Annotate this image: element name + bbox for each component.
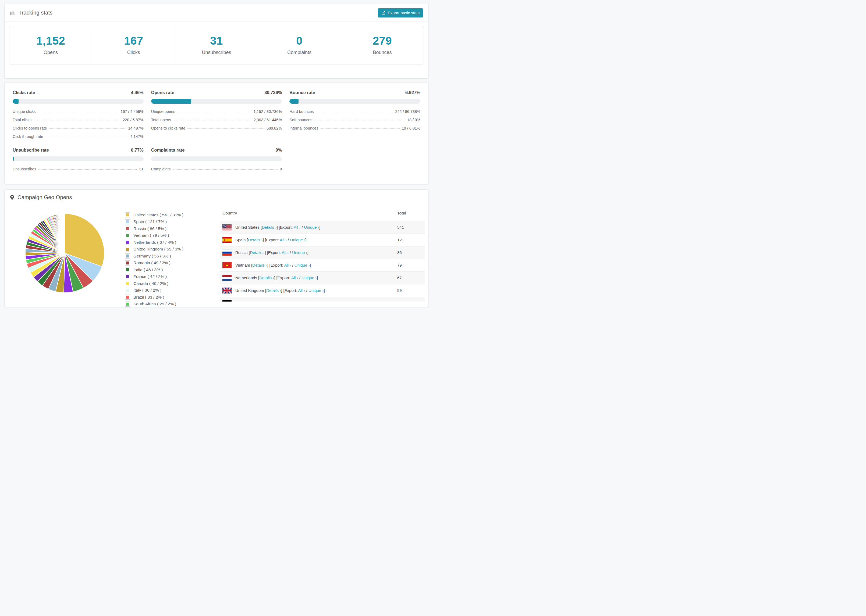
country-name: United Kingdom <box>235 288 265 293</box>
stat-label: Complaints <box>151 167 171 171</box>
summary-label: Complaints <box>258 50 341 55</box>
stat-value: 14.497% <box>128 126 143 130</box>
country-links: Netherlands [Details ›] [Export: All › /… <box>235 275 318 280</box>
export-all-link[interactable]: All › <box>298 288 305 293</box>
legend-label: United Kingdom ( 59 / 3% ) <box>134 247 183 251</box>
stat-value: 31 <box>139 167 143 171</box>
progress-fill <box>13 156 14 161</box>
legend-item[interactable]: Germany ( 55 / 3% ) <box>125 253 220 259</box>
export-unique-link[interactable]: Unique › <box>290 237 305 242</box>
export-label: Export: <box>280 225 294 229</box>
stat-label: Unsubscribes <box>13 167 36 171</box>
table-row: United States [Details ›] [Export: All ›… <box>220 221 425 234</box>
rate-detail-rows: Unique clicks167 / 4.456%Total clicks220… <box>13 107 143 141</box>
legend-label: Spain ( 121 / 7% ) <box>134 219 167 224</box>
legend-label: Netherlands ( 67 / 4% ) <box>134 240 176 245</box>
pie-slice-other[interactable] <box>65 214 65 253</box>
export-basic-stats-button[interactable]: Export basic stats <box>378 8 423 17</box>
export-all-link[interactable]: All › <box>291 275 298 280</box>
legend-swatch <box>125 233 130 238</box>
geo-opens-pie-chart[interactable] <box>24 212 105 294</box>
legend-swatch <box>125 247 130 252</box>
stat-label: Unique clicks <box>13 109 36 114</box>
legend-item[interactable]: Romania ( 49 / 3% ) <box>125 261 220 266</box>
details-link[interactable]: Details › <box>259 275 274 280</box>
export-all-link[interactable]: All › <box>294 225 301 229</box>
geo-body: United States ( 541 / 31% )Spain ( 121 /… <box>5 205 428 306</box>
export-unique-link[interactable]: Unique › <box>296 301 312 302</box>
legend-item[interactable]: Netherlands ( 67 / 4% ) <box>125 240 220 245</box>
country-cell: Netherlands [Details ›] [Export: All › /… <box>220 272 395 284</box>
legend-label: France ( 42 / 2% ) <box>134 274 167 279</box>
export-all-link[interactable]: All › <box>286 301 293 302</box>
legend-item[interactable]: United Kingdom ( 59 / 3% ) <box>125 247 220 252</box>
pie-legend: United States ( 541 / 31% )Spain ( 121 /… <box>125 212 220 306</box>
summary-value: 279 <box>341 35 424 47</box>
stat-label: Soft bounces <box>290 118 312 122</box>
export-unique-link[interactable]: Unique › <box>294 263 310 267</box>
details-link[interactable]: Details › <box>252 263 267 267</box>
legend-item[interactable]: Vietnam ( 79 / 5% ) <box>125 233 220 238</box>
stat-label: Clicks to opens rate <box>13 126 47 130</box>
country-links: Russia [Details ›] [Export: All › / Uniq… <box>235 250 309 255</box>
rate-header: Complaints rate0% <box>151 148 282 152</box>
legend-swatch <box>125 219 130 225</box>
country-name: Germany <box>235 301 253 302</box>
legend-item[interactable]: Spain ( 121 / 7% ) <box>125 219 220 225</box>
export-all-link[interactable]: All › <box>282 250 289 255</box>
geo-table-area: Country Total United States [Details ›] … <box>220 205 428 306</box>
details-link[interactable]: Details › <box>254 301 269 302</box>
legend-label: United States ( 541 / 31% ) <box>134 212 183 217</box>
rates-card: Clicks rate4.46%Unique clicks167 / 4.456… <box>4 82 429 184</box>
export-icon <box>381 11 386 15</box>
legend-label: Russia ( 86 / 5% ) <box>134 226 167 231</box>
stat-value: 0 <box>280 167 282 171</box>
progress-bar <box>151 156 282 161</box>
export-all-link[interactable]: All › <box>284 263 291 267</box>
stat-row: Complaints0 <box>151 165 282 173</box>
total-cell: 55 <box>395 297 425 302</box>
legend-label: Italy ( 36 / 2% ) <box>134 288 161 293</box>
geo-opens-card: Campaign Geo Opens United States ( 541 /… <box>4 190 429 307</box>
export-unique-link[interactable]: Unique › <box>304 225 319 229</box>
legend-item[interactable]: India ( 46 / 3% ) <box>125 267 220 272</box>
details-link[interactable]: Details › <box>248 237 263 242</box>
legend-item[interactable]: South Africa ( 29 / 2% ) <box>125 302 220 306</box>
legend-item[interactable]: France ( 42 / 2% ) <box>125 274 220 279</box>
legend-item[interactable]: Italy ( 36 / 2% ) <box>125 288 220 293</box>
export-label: Export: <box>271 263 284 267</box>
stat-row: Unsubscribes31 <box>13 165 143 173</box>
country-links: United States [Details ›] [Export: All ›… <box>235 225 320 229</box>
legend-swatch <box>125 302 130 306</box>
stat-value: 2,303 / 61.446% <box>254 118 282 122</box>
country-flag-us <box>222 225 231 230</box>
progress-fill <box>290 99 299 104</box>
rate-detail-rows: Hard bounces242 / 86.738%Soft bounces18 … <box>290 107 420 132</box>
details-link[interactable]: Details › <box>250 250 265 255</box>
legend-item[interactable]: Brazil ( 33 / 2% ) <box>125 295 220 300</box>
export-all-link[interactable]: All › <box>280 237 287 242</box>
summary-box: 167Clicks <box>92 26 175 64</box>
export-unique-link[interactable]: Unique › <box>292 250 307 255</box>
rate-title: Complaints rate <box>151 148 185 152</box>
stat-row: Click through rate4.147% <box>13 132 143 141</box>
legend-item[interactable]: Russia ( 86 / 5% ) <box>125 226 220 231</box>
country-name: United States <box>235 225 261 229</box>
legend-item[interactable]: Canada ( 40 / 2% ) <box>125 281 220 286</box>
legend-label: Brazil ( 33 / 2% ) <box>134 295 164 300</box>
stat-value: 220 / 5.87% <box>123 118 143 122</box>
legend-item[interactable]: United States ( 541 / 31% ) <box>125 212 220 217</box>
export-unique-link[interactable]: Unique › <box>301 275 317 280</box>
details-link[interactable]: Details › <box>266 288 281 293</box>
geo-pie-area <box>5 205 125 306</box>
details-link[interactable]: Details › <box>262 225 277 229</box>
rate-title: Opens rate <box>151 90 174 95</box>
rate-value: 0.77% <box>131 148 143 152</box>
page-title: Tracking stats <box>19 10 53 16</box>
tracking-card-header: Tracking stats Export basic stats <box>5 4 428 22</box>
export-unique-link[interactable]: Unique › <box>309 288 324 293</box>
stat-value: 19 / 6.81% <box>402 126 420 130</box>
export-label: Export: <box>285 288 298 293</box>
progress-fill <box>151 99 192 104</box>
geo-title: Campaign Geo Opens <box>17 194 72 201</box>
